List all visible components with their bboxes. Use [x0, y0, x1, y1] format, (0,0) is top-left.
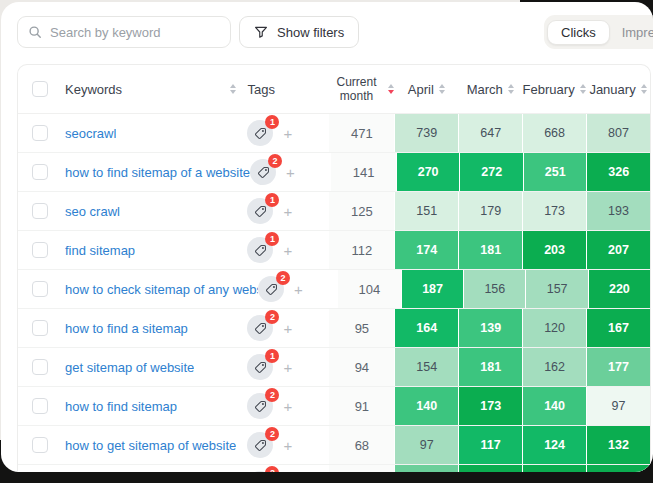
- keyword-link[interactable]: get sitemap of website: [65, 360, 194, 375]
- add-tag-button[interactable]: +: [283, 321, 292, 336]
- current-month-cell: 471: [329, 114, 394, 152]
- current-month-value: 471: [351, 126, 373, 141]
- heatmap-cell: 207: [586, 231, 650, 269]
- current-month-value: 112: [352, 243, 373, 258]
- column-header-current-month[interactable]: Current month: [330, 75, 395, 104]
- tag-button[interactable]: 1: [247, 120, 273, 146]
- heatmap-cell: 668: [522, 114, 586, 152]
- tag-button[interactable]: 2: [247, 393, 273, 419]
- current-month-cell: 125: [329, 192, 394, 230]
- add-tag-button[interactable]: +: [286, 165, 295, 180]
- keyword-link[interactable]: how to check sitemap of any website: [65, 282, 258, 297]
- table-row: seo crawl 1 + 125 151179173193: [18, 192, 650, 231]
- current-month-value: 95: [355, 321, 369, 336]
- toggle-clicks[interactable]: Clicks: [547, 20, 610, 45]
- keyword-link[interactable]: how to find a sitemap: [65, 321, 188, 336]
- tag-count-badge: 1: [265, 349, 279, 363]
- heatmap-cell: 156: [463, 270, 525, 308]
- table-row: how to check sitemap of any website 2 + …: [18, 270, 650, 309]
- table-row: how to find sitemap of a website 2 + 141…: [18, 153, 650, 192]
- add-tag-button[interactable]: +: [283, 243, 292, 258]
- heatmap-cell: 220: [588, 270, 650, 308]
- column-header-january[interactable]: January: [586, 82, 650, 97]
- column-header-tags: Tags: [248, 82, 330, 97]
- add-tag-button[interactable]: +: [283, 438, 292, 453]
- table-body: seocrawl 1 + 471 739647668807 how to fin…: [18, 114, 650, 472]
- table-row: get sitemap of website 1 + 94 1541811621…: [18, 348, 650, 387]
- keyword-link[interactable]: how to get sitemap of website: [65, 438, 236, 453]
- current-month-value: 94: [355, 360, 369, 375]
- heatmap-cell: 181: [458, 231, 522, 269]
- row-checkbox[interactable]: [32, 242, 48, 258]
- current-month-cell: [329, 465, 394, 472]
- heatmap-cell: 251: [523, 153, 587, 191]
- heatmap-cell: 162: [522, 348, 586, 386]
- row-checkbox[interactable]: [32, 164, 48, 180]
- keyword-link[interactable]: how to find sitemap: [65, 399, 177, 414]
- sort-icon[interactable]: [508, 84, 514, 94]
- tag-button[interactable]: 2: [247, 315, 273, 341]
- tag-button[interactable]: 2: [258, 276, 284, 302]
- column-header-april[interactable]: April: [394, 82, 458, 97]
- sort-icon[interactable]: [580, 84, 586, 94]
- tags-cell: 1 +: [247, 114, 329, 152]
- heatmap-cell: 173: [458, 387, 522, 425]
- column-header-march[interactable]: March: [458, 82, 522, 97]
- column-header-keywords[interactable]: Keywords: [18, 81, 248, 97]
- tags-cell: 2 +: [247, 426, 329, 464]
- column-header-february[interactable]: February: [522, 82, 586, 97]
- toolbar: Search by keyword Show filters Clicks Im…: [17, 15, 653, 49]
- row-checkbox[interactable]: [32, 398, 48, 414]
- tag-button[interactable]: 2: [250, 159, 276, 185]
- current-month-value: 141: [353, 165, 375, 180]
- tag-button[interactable]: 2: [247, 471, 273, 472]
- heatmap-cell: 177: [586, 348, 650, 386]
- row-checkbox[interactable]: [32, 125, 48, 141]
- current-month-cell: 141: [331, 153, 395, 191]
- heatmap-cell: [522, 465, 586, 472]
- tag-button[interactable]: 1: [247, 354, 273, 380]
- heatmap-cell: 272: [459, 153, 523, 191]
- tag-button[interactable]: 2: [247, 432, 273, 458]
- row-checkbox[interactable]: [32, 437, 48, 453]
- sort-icon[interactable]: [641, 84, 647, 94]
- row-checkbox[interactable]: [32, 203, 48, 219]
- heatmap-cell: 167: [586, 309, 650, 347]
- heatmap-cell: [586, 465, 650, 472]
- heatmap-cell: 739: [394, 114, 458, 152]
- heatmap-cell: 97: [394, 426, 458, 464]
- sort-icon[interactable]: [439, 84, 445, 94]
- tags-cell: 2 +: [247, 387, 329, 425]
- sort-icon[interactable]: [230, 84, 236, 94]
- keyword-link[interactable]: how to find sitemap of a website: [65, 165, 250, 180]
- current-month-value: 91: [355, 399, 369, 414]
- keyword-link[interactable]: seo crawl: [65, 204, 120, 219]
- current-month-header-label: Current month: [330, 75, 384, 104]
- keyword-link[interactable]: seocrawl: [65, 126, 116, 141]
- select-all-checkbox[interactable]: [32, 81, 48, 97]
- search-input[interactable]: Search by keyword: [17, 16, 231, 48]
- tag-count-badge: 2: [265, 466, 279, 472]
- tag-button[interactable]: 1: [247, 198, 273, 224]
- search-icon: [28, 25, 42, 39]
- heatmap-cell: [394, 465, 458, 472]
- add-tag-button[interactable]: +: [294, 282, 303, 297]
- keyword-link[interactable]: find sitemap: [65, 243, 135, 258]
- add-tag-button[interactable]: +: [283, 399, 292, 414]
- row-checkbox[interactable]: [32, 359, 48, 375]
- add-tag-button[interactable]: +: [283, 360, 292, 375]
- row-checkbox[interactable]: [32, 281, 48, 297]
- keyword-cell: how to get sitemap of website: [18, 426, 247, 464]
- current-month-cell: 91: [329, 387, 394, 425]
- heatmap-cell: 270: [396, 153, 460, 191]
- show-filters-button[interactable]: Show filters: [239, 16, 359, 48]
- add-tag-button[interactable]: +: [283, 204, 292, 219]
- row-checkbox[interactable]: [32, 320, 48, 336]
- tag-count-badge: 1: [265, 115, 279, 129]
- table-header: Keywords Tags Current month April March …: [18, 65, 650, 114]
- keyword-cell: how to find sitemap of a website: [18, 153, 250, 191]
- add-tag-button[interactable]: +: [283, 126, 292, 141]
- search-placeholder: Search by keyword: [50, 25, 161, 40]
- tag-button[interactable]: 1: [247, 237, 273, 263]
- toggle-impressions[interactable]: Impressions: [610, 21, 653, 44]
